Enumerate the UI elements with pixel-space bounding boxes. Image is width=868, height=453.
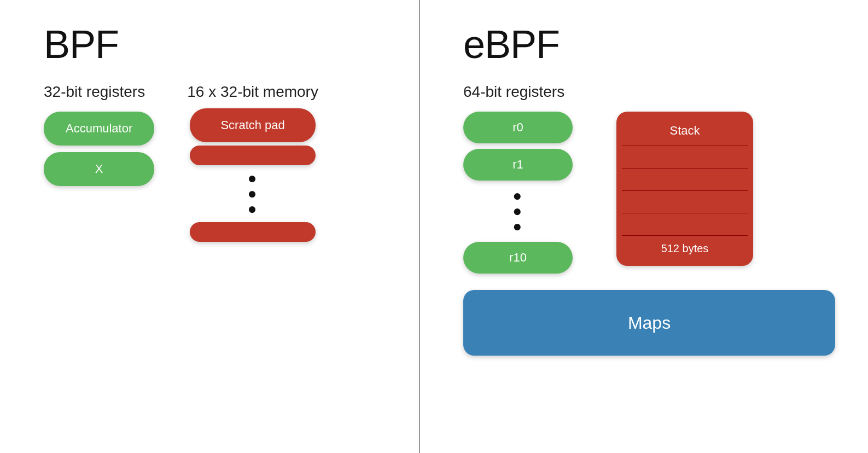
- ebpf-panel: eBPF 64-bit registers r0 r1 ●●● r10 Stac…: [420, 0, 868, 453]
- ebpf-dots: ●●●: [463, 188, 573, 234]
- bpf-scratch-pad: Scratch pad: [190, 108, 316, 142]
- stack-row-3: [616, 191, 753, 213]
- bpf-x-register: X: [44, 152, 154, 186]
- ebpf-registers-and-stack: r0 r1 ●●● r10 Stack 512 by: [463, 112, 753, 274]
- ebpf-registers-label: 64-bit registers: [463, 83, 564, 101]
- bpf-memory-group: Scratch pad ●●●: [187, 108, 318, 242]
- ebpf-stack-group: Stack 512 bytes: [616, 112, 753, 266]
- bpf-memory-block-1: [190, 146, 316, 165]
- ebpf-maps-label: Maps: [628, 313, 671, 333]
- bpf-memory-section: 16 x 32-bit memory Scratch pad ●●●: [187, 83, 318, 242]
- stack-row-2: [616, 169, 753, 190]
- bpf-content: 32-bit registers Accumulator X 16 x 32-b…: [44, 83, 386, 242]
- ebpf-register-group: r0 r1 ●●● r10: [463, 112, 573, 274]
- ebpf-r10: r10: [463, 242, 573, 274]
- ebpf-maps-section: Maps: [463, 290, 835, 356]
- bpf-memory-label: 16 x 32-bit memory: [187, 83, 318, 101]
- ebpf-top: 64-bit registers r0 r1 ●●● r10 Stack: [463, 83, 835, 356]
- bpf-registers-section: 32-bit registers Accumulator X: [44, 83, 154, 186]
- bpf-memory-block-last: [190, 222, 316, 242]
- ebpf-stack-title: Stack: [616, 117, 753, 146]
- ebpf-r1: r1: [463, 149, 573, 181]
- bpf-dots: ●●●: [248, 171, 258, 217]
- ebpf-stack-bytes: 512 bytes: [616, 236, 753, 259]
- ebpf-stack-box: Stack 512 bytes: [616, 112, 753, 266]
- bpf-title: BPF: [44, 22, 119, 67]
- bpf-accumulator: Accumulator: [44, 112, 154, 146]
- ebpf-r0: r0: [463, 112, 573, 143]
- ebpf-title: eBPF: [463, 22, 560, 67]
- bpf-register-group: Accumulator X: [44, 112, 154, 186]
- bpf-panel: BPF 32-bit registers Accumulator X 16 x …: [0, 0, 419, 453]
- stack-row-1: [616, 146, 753, 168]
- ebpf-maps-box: Maps: [463, 290, 835, 356]
- bpf-registers-label: 32-bit registers: [44, 83, 154, 101]
- stack-row-4: [616, 213, 753, 235]
